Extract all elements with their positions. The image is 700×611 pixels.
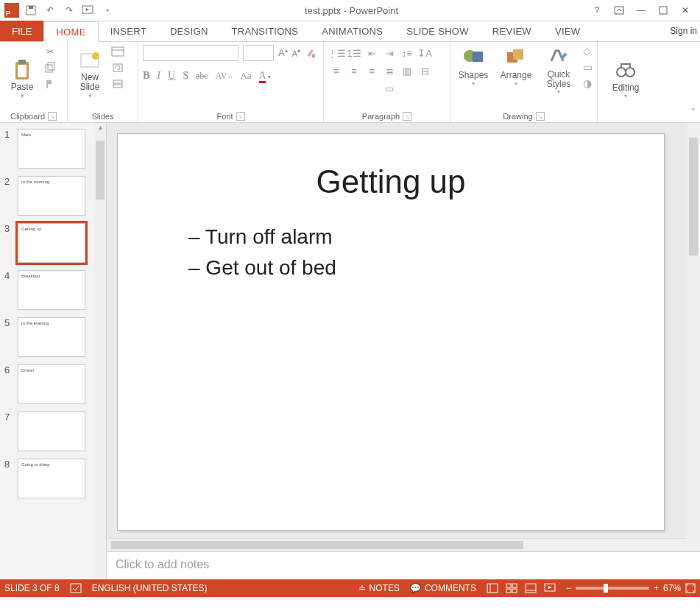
- zoom-level[interactable]: 67%: [663, 583, 681, 593]
- reset-button[interactable]: [110, 61, 125, 74]
- thumbnail-slide-1[interactable]: 1Main: [0, 123, 106, 170]
- clear-formatting-button[interactable]: [305, 47, 317, 59]
- tab-slideshow[interactable]: SLIDE SHOW: [395, 21, 481, 41]
- font-family-combo[interactable]: [143, 45, 238, 61]
- reading-view-button[interactable]: [525, 583, 537, 593]
- slide-position[interactable]: SLIDE 3 OF 8: [4, 583, 60, 593]
- arrange-button[interactable]: Arrange▾: [498, 45, 534, 87]
- layout-button[interactable]: [110, 45, 125, 58]
- bullet-item[interactable]: Turn off alarm: [188, 225, 664, 249]
- tab-animations[interactable]: ANIMATIONS: [310, 21, 395, 41]
- slide-canvas[interactable]: Getting up Turn off alarm Get out of bed: [117, 133, 665, 531]
- shape-effects-button[interactable]: ◑: [583, 77, 593, 89]
- thumbnail-preview[interactable]: Dinner: [18, 364, 85, 404]
- italic-button[interactable]: I: [157, 70, 160, 82]
- slide-body[interactable]: Turn off alarm Get out of bed: [188, 225, 664, 280]
- tab-home[interactable]: HOME: [43, 21, 98, 42]
- notes-pane[interactable]: Click to add notes: [107, 551, 700, 579]
- zoom-slider[interactable]: [576, 587, 649, 590]
- thumbnail-pane[interactable]: ▴ 1Main2In the morning3Getting up4Breakf…: [0, 123, 107, 579]
- tab-transitions[interactable]: TRANSITIONS: [220, 21, 311, 41]
- thumbnail-slide-8[interactable]: 8Going to sleep: [0, 453, 106, 500]
- vertical-scrollbar[interactable]: [687, 123, 700, 551]
- thumbnail-preview[interactable]: Going to sleep: [18, 459, 85, 498]
- shape-outline-button[interactable]: ▭: [583, 61, 593, 73]
- zoom-out-button[interactable]: −: [566, 583, 571, 593]
- zoom-in-button[interactable]: +: [654, 583, 659, 593]
- thumbnail-preview[interactable]: Main: [18, 129, 85, 169]
- ribbon-display-button[interactable]: [609, 2, 629, 18]
- zoom-slider-thumb[interactable]: [604, 584, 608, 593]
- paste-button[interactable]: Paste ▾: [4, 45, 40, 99]
- strike-button[interactable]: abc: [196, 71, 208, 82]
- increase-font-button[interactable]: A▴: [278, 47, 288, 58]
- maximize-button[interactable]: [653, 2, 674, 18]
- paragraph-launcher[interactable]: ↘: [403, 112, 411, 121]
- start-slideshow-button[interactable]: [79, 1, 97, 19]
- section-button[interactable]: [110, 77, 125, 91]
- close-button[interactable]: ✕: [675, 2, 696, 18]
- decrease-font-button[interactable]: A▾: [292, 48, 300, 58]
- normal-view-button[interactable]: [487, 583, 498, 593]
- minimize-button[interactable]: ―: [631, 2, 651, 18]
- language-button[interactable]: ENGLISH (UNITED STATES): [92, 583, 208, 593]
- tab-insert[interactable]: INSERT: [99, 21, 158, 41]
- thumbnail-slide-4[interactable]: 4Breakfast: [0, 264, 106, 311]
- new-slide-button[interactable]: New Slide ▾: [72, 45, 107, 99]
- slide-title[interactable]: Getting up: [118, 163, 664, 200]
- save-button[interactable]: [22, 1, 40, 19]
- increase-indent-button[interactable]: ⇥: [381, 45, 397, 61]
- file-tab[interactable]: FILE: [0, 21, 43, 41]
- thumbnail-preview[interactable]: Getting up: [18, 223, 85, 263]
- editing-button[interactable]: Editing▾: [605, 45, 646, 99]
- columns-button[interactable]: ▥: [399, 63, 415, 79]
- align-left-button[interactable]: ≡: [328, 63, 344, 79]
- v-scroll-handle[interactable]: [689, 138, 698, 255]
- notes-button[interactable]: ≐ NOTES: [358, 583, 400, 593]
- fit-to-window-button[interactable]: [685, 583, 696, 593]
- horizontal-scrollbar[interactable]: [107, 538, 700, 551]
- align-text-button[interactable]: ⊟: [417, 63, 433, 79]
- tab-design[interactable]: DESIGN: [158, 21, 220, 41]
- sorter-view-button[interactable]: [506, 583, 517, 593]
- font-size-combo[interactable]: [243, 45, 274, 61]
- comments-button[interactable]: 💬 COMMENTS: [410, 583, 476, 593]
- align-right-button[interactable]: ≡: [364, 63, 380, 79]
- numbering-button[interactable]: 1☰: [346, 45, 362, 61]
- collapse-ribbon-button[interactable]: ˄: [691, 107, 696, 118]
- h-scroll-handle[interactable]: [111, 541, 523, 549]
- font-launcher[interactable]: ↘: [236, 112, 245, 121]
- align-center-button[interactable]: ≡: [346, 63, 362, 79]
- bold-button[interactable]: B: [143, 70, 149, 82]
- qat-customize[interactable]: ▾: [99, 1, 116, 19]
- cut-button[interactable]: ✂: [43, 45, 57, 58]
- change-case-button[interactable]: Aa: [240, 70, 251, 82]
- help-button[interactable]: ?: [587, 2, 607, 18]
- undo-button[interactable]: ↶: [41, 1, 59, 19]
- decrease-indent-button[interactable]: ⇤: [364, 45, 380, 61]
- thumbnail-slide-6[interactable]: 6Dinner: [0, 359, 106, 406]
- slideshow-view-button[interactable]: [544, 583, 556, 593]
- tab-review[interactable]: REVIEW: [481, 21, 543, 41]
- copy-button[interactable]: [43, 61, 57, 74]
- justify-button[interactable]: ≣: [381, 63, 397, 79]
- spellcheck-button[interactable]: [70, 583, 82, 593]
- shadow-button[interactable]: S: [183, 70, 188, 82]
- char-spacing-button[interactable]: AV↔: [216, 71, 233, 82]
- thumbnail-preview[interactable]: Breakfast: [18, 270, 85, 310]
- sign-in-link[interactable]: Sign in: [670, 26, 697, 36]
- thumbnail-preview[interactable]: In the evening: [18, 317, 85, 357]
- thumbnail-preview[interactable]: [18, 412, 85, 451]
- format-painter-button[interactable]: [43, 77, 57, 91]
- thumbnail-slide-7[interactable]: 7: [0, 406, 106, 453]
- shapes-button[interactable]: Shapes▾: [455, 45, 492, 87]
- quick-styles-button[interactable]: Quick Styles▾: [540, 45, 577, 95]
- line-spacing-button[interactable]: ↕≡: [399, 45, 415, 61]
- shape-fill-button[interactable]: ◇: [583, 45, 593, 57]
- thumb-scroll-handle[interactable]: [96, 141, 105, 199]
- font-color-button[interactable]: A ▾: [259, 70, 272, 82]
- tab-view[interactable]: VIEW: [543, 21, 592, 41]
- thumbnail-slide-5[interactable]: 5In the evening: [0, 311, 106, 359]
- text-direction-button[interactable]: ↧A: [417, 45, 433, 61]
- zoom-control[interactable]: − + 67%: [566, 583, 696, 593]
